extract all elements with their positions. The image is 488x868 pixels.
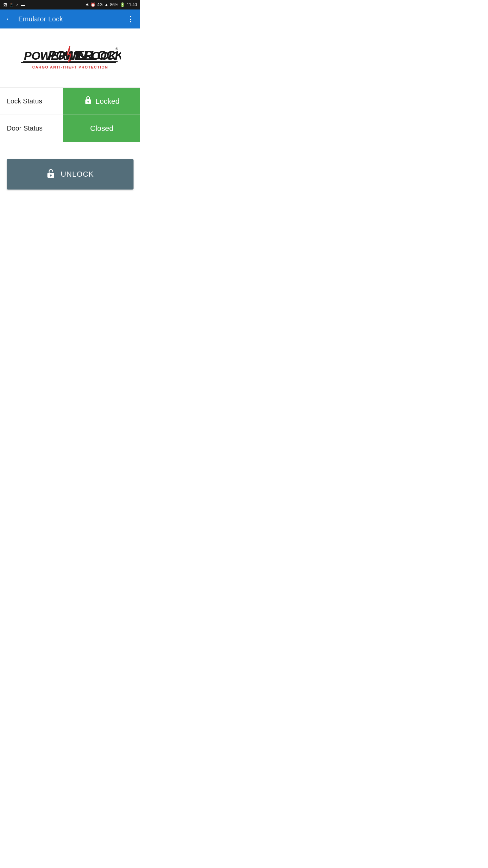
door-status-text: Closed xyxy=(90,124,113,133)
app-bar: ← Emulator Lock ⋮ xyxy=(0,9,140,28)
logo-svg: POWER IN-LOCK ® POWER/IN-LOCK C xyxy=(19,45,121,73)
unlock-button-label: UNLOCK xyxy=(61,170,94,179)
unlock-button[interactable]: UNLOCK xyxy=(7,159,134,190)
battery-icon: 🔋 xyxy=(120,2,125,7)
status-left-icons: 🖼 📱 ✓ ▬ xyxy=(3,3,25,7)
door-status-label: Door Status xyxy=(0,115,63,142)
time-label: 11:40 xyxy=(127,2,137,7)
lock-closed-icon xyxy=(84,95,92,107)
alarm-icon: ⏰ xyxy=(90,2,96,7)
media-icon: ▬ xyxy=(21,3,25,7)
door-status-row: Door Status Closed xyxy=(0,115,140,142)
image-icon: 🖼 xyxy=(3,3,7,7)
check-icon: ✓ xyxy=(16,3,19,7)
svg-rect-10 xyxy=(88,102,88,103)
svg-text:CARGO ANTI-THEFT PROTECTION: CARGO ANTI-THEFT PROTECTION xyxy=(32,65,108,69)
lock-status-text: Locked xyxy=(96,97,120,106)
status-table: Lock Status Locked Door Status Closed xyxy=(0,87,140,142)
status-bar: 🖼 📱 ✓ ▬ ✱ ⏰ 4G ▲ 86% 🔋 11:40 xyxy=(0,0,140,9)
back-button[interactable]: ← xyxy=(5,15,13,23)
signal-icon: ▲ xyxy=(104,2,108,7)
svg-rect-13 xyxy=(50,175,51,177)
logo-container: POWER IN-LOCK ® POWER/IN-LOCK C xyxy=(0,28,140,87)
network-label: 4G xyxy=(97,2,103,7)
lock-status-value: Locked xyxy=(63,88,140,115)
main-content: POWER IN-LOCK ® POWER/IN-LOCK C xyxy=(0,28,140,200)
lock-status-row: Lock Status Locked xyxy=(0,88,140,115)
lock-status-label: Lock Status xyxy=(0,88,63,115)
door-status-value: Closed xyxy=(63,115,140,142)
app-bar-title: Emulator Lock xyxy=(18,15,127,23)
logo: POWER IN-LOCK ® POWER/IN-LOCK C xyxy=(19,45,121,74)
unlock-icon xyxy=(46,168,55,181)
phone-icon: 📱 xyxy=(9,3,14,7)
unlock-section: UNLOCK xyxy=(0,142,140,200)
menu-button[interactable]: ⋮ xyxy=(127,17,135,21)
bluetooth-icon: ✱ xyxy=(85,2,89,7)
battery-label: 86% xyxy=(110,2,118,7)
status-right-info: ✱ ⏰ 4G ▲ 86% 🔋 11:40 xyxy=(85,2,137,7)
